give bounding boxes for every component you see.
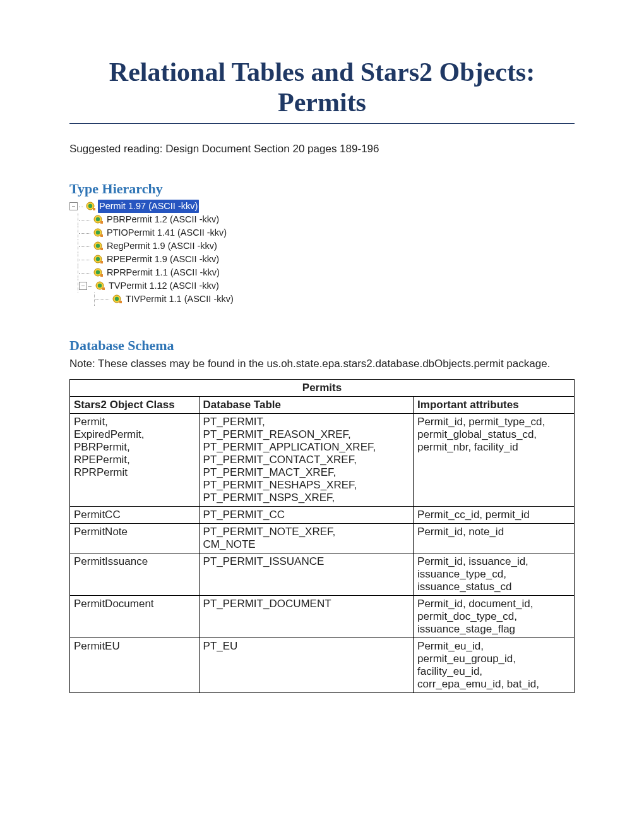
section-heading-database-schema: Database Schema — [69, 337, 575, 354]
svg-rect-14 — [100, 261, 103, 263]
permits-table: Permits Stars2 Object Class Database Tab… — [69, 379, 575, 693]
class-icon — [93, 254, 103, 264]
svg-point-22 — [115, 297, 119, 301]
table-cell: PermitDocument — [70, 595, 200, 638]
tree-node-label: TIVPermit 1.1 (ASCII -kkv) — [124, 293, 235, 306]
svg-rect-5 — [100, 221, 103, 224]
collapse-icon[interactable]: – — [69, 202, 78, 210]
tree-node-label: PBRPermit 1.2 (ASCII -kkv) — [105, 213, 220, 226]
class-icon — [93, 227, 103, 238]
table-row: PermitDocumentPT_PERMIT_DOCUMENTPermit_i… — [70, 595, 575, 638]
svg-point-7 — [96, 231, 100, 234]
table-cell: Permit_id, note_id — [414, 523, 575, 553]
svg-point-13 — [96, 257, 100, 261]
page-title: Relational Tables and Stars2 Objects: Pe… — [69, 57, 575, 118]
type-hierarchy-tree: – Permit 1.97 (ASCII -kkv) PBRPermit 1.2… — [69, 200, 575, 306]
section-heading-type-hierarchy: Type Hierarchy — [69, 181, 575, 197]
table-cell: PT_PERMIT_NOTE_XREF, CM_NOTE — [199, 523, 414, 553]
svg-rect-17 — [100, 274, 103, 277]
table-row: Permit, ExpiredPermit, PBRPermit, RPEPer… — [70, 413, 575, 506]
table-cell: PT_PERMIT, PT_PERMIT_REASON_XREF, PT_PER… — [199, 413, 414, 506]
svg-point-4 — [96, 217, 100, 221]
table-cell: PT_EU — [199, 638, 414, 692]
svg-rect-23 — [119, 301, 122, 303]
schema-note: Note: These classes may be found in the … — [69, 358, 575, 370]
table-cell: Permit_eu_id, permit_eu_group_id, facili… — [414, 638, 575, 692]
tree-node-root[interactable]: – Permit 1.97 (ASCII -kkv) — [69, 200, 575, 213]
tree-node[interactable]: TIVPermit 1.1 (ASCII -kkv) — [69, 293, 575, 306]
svg-rect-2 — [93, 208, 95, 210]
table-cell: PT_PERMIT_DOCUMENT — [199, 595, 414, 638]
svg-point-19 — [98, 284, 102, 287]
tree-node[interactable]: RegPermit 1.9 (ASCII -kkv) — [69, 239, 575, 253]
table-header: Database Table — [199, 396, 414, 413]
table-cell: PT_PERMIT_CC — [199, 506, 414, 523]
suggested-reading: Suggested reading: Design Document Secti… — [69, 143, 575, 155]
table-cell: Permit_id, permit_type_cd, permit_global… — [414, 413, 575, 506]
collapse-icon[interactable]: – — [79, 282, 87, 290]
tree-node-label: RegPermit 1.9 (ASCII -kkv) — [105, 239, 218, 253]
table-row: PermitEUPT_EUPermit_eu_id, permit_eu_gro… — [70, 638, 575, 692]
svg-point-1 — [88, 204, 92, 208]
class-icon — [93, 241, 103, 251]
table-header: Stars2 Object Class — [70, 396, 200, 413]
table-row: PermitNotePT_PERMIT_NOTE_XREF, CM_NOTEPe… — [70, 523, 575, 553]
title-divider — [69, 123, 575, 124]
svg-rect-20 — [102, 287, 105, 290]
tree-node[interactable]: RPEPermit 1.9 (ASCII -kkv) — [69, 253, 575, 266]
svg-point-16 — [96, 270, 100, 274]
class-icon — [95, 281, 105, 291]
table-cell: PermitCC — [70, 506, 200, 523]
tree-node-label: PTIOPermit 1.41 (ASCII -kkv) — [105, 226, 228, 239]
table-cell: Permit_id, document_id, permit_doc_type_… — [414, 595, 575, 638]
table-header: Important attributes — [414, 396, 575, 413]
table-cell: Permit_cc_id, permit_id — [414, 506, 575, 523]
table-cell: Permit, ExpiredPermit, PBRPermit, RPEPer… — [70, 413, 200, 506]
svg-rect-8 — [100, 234, 103, 237]
table-cell: Permit_id, issuance_id, issuance_type_cd… — [414, 553, 575, 595]
class-icon — [93, 267, 103, 277]
table-cell: PermitNote — [70, 523, 200, 553]
tree-node-label: Permit 1.97 (ASCII -kkv) — [98, 200, 199, 213]
tree-node-label: TVPermit 1.12 (ASCII -kkv) — [107, 279, 220, 293]
tree-node[interactable]: –TVPermit 1.12 (ASCII -kkv) — [69, 279, 575, 293]
table-cell: PT_PERMIT_ISSUANCE — [199, 553, 414, 595]
svg-rect-11 — [100, 248, 103, 250]
tree-node[interactable]: PTIOPermit 1.41 (ASCII -kkv) — [69, 226, 575, 239]
svg-point-10 — [96, 244, 100, 248]
class-icon — [93, 214, 103, 224]
table-cell: PermitEU — [70, 638, 200, 692]
class-icon — [112, 294, 122, 304]
class-icon — [85, 201, 95, 211]
table-row: PermitCCPT_PERMIT_CCPermit_cc_id, permit… — [70, 506, 575, 523]
table-cell: PermitIssuance — [70, 553, 200, 595]
tree-node[interactable]: PBRPermit 1.2 (ASCII -kkv) — [69, 213, 575, 226]
tree-node[interactable]: RPRPermit 1.1 (ASCII -kkv) — [69, 266, 575, 279]
tree-node-label: RPEPermit 1.9 (ASCII -kkv) — [105, 253, 220, 266]
table-row: PermitIssuancePT_PERMIT_ISSUANCEPermit_i… — [70, 553, 575, 595]
tree-node-label: RPRPermit 1.1 (ASCII -kkv) — [105, 266, 221, 279]
table-caption: Permits — [70, 379, 575, 396]
